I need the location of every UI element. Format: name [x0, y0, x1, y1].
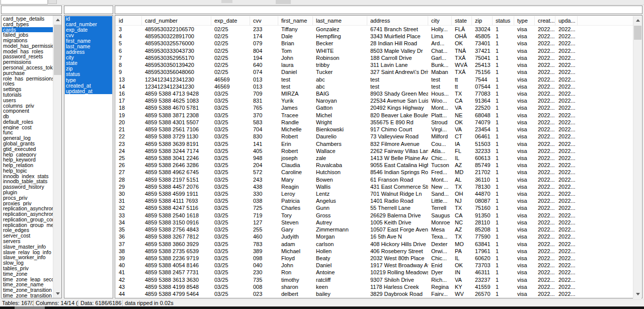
- table-list-item[interactable]: servers: [2, 239, 53, 244]
- table-list-item[interactable]: time_zone_transition: [2, 287, 53, 293]
- table-list-item[interactable]: slave_worker_info: [2, 255, 53, 260]
- table-list-item[interactable]: replication_asynchronous: [2, 206, 53, 211]
- table-list-item[interactable]: global_grants: [2, 141, 53, 146]
- table-row[interactable]: 324859 5388 4247 511603/25725CharlesGunn…: [116, 204, 633, 211]
- table-list-item[interactable]: tutorials: [2, 92, 53, 98]
- column-list-item[interactable]: first_name: [65, 38, 112, 44]
- table-list-item[interactable]: plugin: [2, 190, 53, 195]
- grid-header-cell[interactable]: creat...: [535, 16, 555, 25]
- table-list-item[interactable]: role_has_permissions: [2, 76, 53, 82]
- table-row[interactable]: 164859 5388 4713 942803/25709MIRZABAIG89…: [116, 90, 633, 97]
- columns-list[interactable]: idcard_numberexp_datecvvfirst_namelast_n…: [64, 15, 113, 298]
- grid-header-cell[interactable]: last_name: [313, 16, 367, 25]
- table-list-item[interactable]: general_log: [2, 135, 53, 141]
- table-list-item[interactable]: tables_priv: [2, 266, 53, 271]
- grid-header-cell[interactable]: card_number: [142, 16, 211, 25]
- tables-scrollbar-thumb[interactable]: [54, 25, 61, 75]
- grid-header-cell[interactable]: first_name: [278, 16, 313, 25]
- table-row[interactable]: 14123412341234123046569013testabctesttes…: [116, 83, 633, 90]
- table-list-item[interactable]: slow_log: [2, 260, 53, 266]
- table-list-item[interactable]: server_cost: [2, 233, 53, 239]
- columns-filter-input[interactable]: [64, 6, 113, 14]
- table-row[interactable]: 414859 5388 2457 773103/25230RonAntoine1…: [116, 269, 633, 276]
- table-row[interactable]: 4485953032289170002/25174DaleHempfling33…: [116, 33, 633, 40]
- grid-body[interactable]: 3485953032210657002/25233TiffanyGonzalez…: [116, 26, 633, 297]
- table-list-item[interactable]: slave_relay_log_info: [2, 250, 53, 255]
- table-list-item[interactable]: card_type_details: [2, 16, 53, 22]
- table-row[interactable]: 204859 5388 4301 550703/25583RandleWrigh…: [116, 119, 633, 126]
- table-row[interactable]: 314859 5388 4111 769303/25038PatriciaAng…: [116, 197, 633, 204]
- table-row[interactable]: 244859 5388 3244 717403/25405RobertWalla…: [116, 147, 633, 154]
- table-list-item[interactable]: func: [2, 130, 53, 135]
- table-row[interactable]: 434859 5388 4199 854803/25008sharonkeen1…: [116, 283, 633, 290]
- grid-header-cell[interactable]: exp_date: [211, 16, 250, 25]
- table-list-item[interactable]: time_zone_transition_typ: [2, 293, 53, 297]
- grid-header-cell[interactable]: cvv: [250, 16, 278, 25]
- table-list-item[interactable]: gtid_executed: [2, 146, 53, 152]
- table-list-item[interactable]: innodb_table_stats: [2, 179, 53, 184]
- table-row[interactable]: 254859 5388 3041 224603/25948josephzale1…: [116, 154, 633, 162]
- table-row[interactable]: 304859 5388 4599 191103/25330LeroyLentz7…: [116, 190, 633, 197]
- column-list-item[interactable]: id: [65, 16, 112, 22]
- table-list-item[interactable]: time_zone_name: [2, 282, 53, 287]
- table-list-item[interactable]: settings: [2, 87, 53, 92]
- table-list-item[interactable]: time_zone: [2, 271, 53, 277]
- table-list-item[interactable]: replication_group_configu: [2, 217, 53, 222]
- table-list-item[interactable]: procs_priv: [2, 195, 53, 201]
- table-row[interactable]: 9485953035604806002/25074DanielTucker327…: [116, 68, 633, 75]
- data-filter-input[interactable]: [115, 6, 642, 14]
- column-list-item[interactable]: address: [65, 49, 112, 55]
- table-row[interactable]: 7485953035295517002/25194JohnRobinson188…: [116, 54, 633, 61]
- table-list-item[interactable]: cards: [2, 27, 53, 33]
- table-row[interactable]: 294859 5388 4457 207603/25438ReaginWalli…: [116, 183, 633, 190]
- table-list-item[interactable]: component: [2, 108, 53, 114]
- table-list-item[interactable]: migrations: [2, 38, 53, 43]
- table-row[interactable]: 404859 5388 4054 814603/25040JohnDaniel1…: [116, 262, 633, 269]
- table-row[interactable]: 354859 5388 2756 484303/25255GaryZimmerm…: [116, 226, 633, 233]
- table-list-item[interactable]: users: [2, 98, 53, 103]
- table-list-item[interactable]: columns_priv: [2, 103, 53, 109]
- column-list-item[interactable]: exp_date: [65, 27, 112, 33]
- table-list-item[interactable]: personal_access_tokens: [2, 65, 53, 70]
- table-list-item[interactable]: role_edges: [2, 227, 53, 233]
- table-row[interactable]: 284859 5388 2197 515103/25243MaryBowen61…: [116, 176, 633, 183]
- table-row[interactable]: 374859 5388 3860 392903/25783adamcarlson…: [116, 241, 633, 248]
- grid-header-cell[interactable]: upda...: [555, 16, 578, 25]
- table-list-item[interactable]: innodb_index_stats: [2, 174, 53, 179]
- column-list-item[interactable]: last_name: [65, 44, 112, 49]
- table-row[interactable]: 184859 5388 4670 578103/25765JamesGatton…: [116, 104, 633, 111]
- column-list-item[interactable]: status: [65, 71, 112, 77]
- table-list-item[interactable]: db: [2, 114, 53, 119]
- grid-header-cell[interactable]: id: [116, 16, 142, 25]
- table-row[interactable]: 8485953035013942002/25640lauratribby311 …: [116, 61, 633, 68]
- grid-header-cell[interactable]: zip: [472, 16, 493, 25]
- table-list-item[interactable]: help_category: [2, 152, 53, 158]
- table-row[interactable]: 264859 5388 2646 328603/25204ClaudiaRuva…: [116, 162, 633, 169]
- table-row[interactable]: 194859 5388 3871 230803/25370TraceeMiche…: [116, 112, 633, 119]
- table-list-item[interactable]: time_zone_leap_second: [2, 277, 53, 282]
- table-row[interactable]: 234859 5388 3639 819103/25141ErinChamber…: [116, 140, 633, 147]
- data-grid[interactable]: idcard_numberexp_datecvvfirst_namelast_n…: [115, 15, 642, 298]
- table-row[interactable]: 274859 5388 4962 674503/25572CarolineHut…: [116, 169, 633, 176]
- table-list-item[interactable]: default_roles: [2, 119, 53, 125]
- grid-header-cell[interactable]: address: [367, 16, 428, 25]
- table-row[interactable]: 444859 5388 4799 546403/25023delbertbail…: [116, 290, 633, 297]
- table-list-item[interactable]: slave_master_info: [2, 244, 53, 250]
- table-list-item[interactable]: replication_group_membe: [2, 222, 53, 228]
- scroll-down-icon[interactable]: [53, 289, 62, 298]
- column-list-item[interactable]: city: [65, 55, 112, 60]
- table-row[interactable]: 224859 5388 3729 113003/25830RobertDaure…: [116, 133, 633, 140]
- table-list-item[interactable]: help_relation: [2, 163, 53, 168]
- column-list-item[interactable]: zip: [65, 66, 112, 71]
- grid-header-cell[interactable]: type: [514, 16, 535, 25]
- table-row[interactable]: 344859 5388 3150 091603/25127StevenAutre…: [116, 219, 633, 226]
- table-list-item[interactable]: model_has_roles: [2, 49, 53, 54]
- table-row[interactable]: 6485953033304373002/25804TomWHITE8503 Ma…: [116, 47, 633, 54]
- column-list-item[interactable]: created_at: [65, 83, 112, 89]
- tables-filter-input[interactable]: [1, 6, 62, 14]
- table-list-item[interactable]: proxies_priv: [2, 201, 53, 206]
- table-list-item[interactable]: help_topic: [2, 168, 53, 174]
- table-row[interactable]: 394859 5388 2236 971903/25098FloydBeaty2…: [116, 255, 633, 262]
- table-list-item[interactable]: help_keyword: [2, 157, 53, 163]
- column-list-item[interactable]: cvv: [65, 33, 112, 38]
